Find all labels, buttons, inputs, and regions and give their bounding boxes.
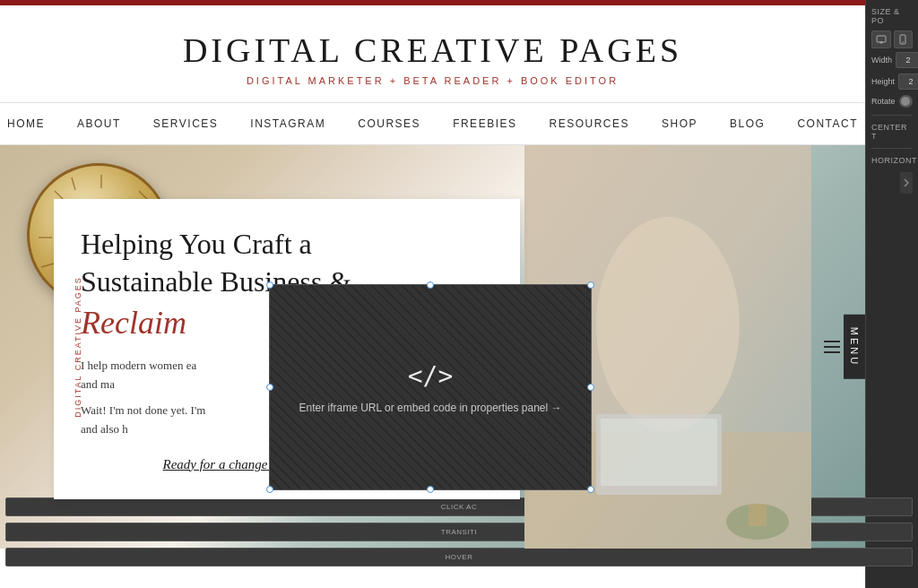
selection-handle-ml[interactable]	[266, 384, 273, 391]
selection-handle-tm[interactable]	[427, 281, 434, 289]
selection-handle-tl[interactable]	[266, 281, 273, 289]
panel-horizont-title: HORIZONT	[871, 156, 913, 165]
nav-item-services[interactable]: SERVICES	[137, 114, 234, 134]
selection-handle-bm[interactable]	[427, 486, 434, 493]
menu-tab[interactable]: MENU	[844, 315, 865, 379]
panel-desktop-icon[interactable]	[871, 30, 891, 48]
panel-device-icons	[871, 30, 913, 48]
svg-rect-19	[601, 419, 717, 486]
site-subtitle: DIGITAL MARKETER + BETA READER + BOOK ED…	[18, 75, 847, 86]
nav-item-home[interactable]: HOME	[0, 114, 61, 134]
nav-item-about[interactable]: ABOUT	[61, 114, 137, 134]
panel-height-label: Height	[871, 77, 895, 86]
iframe-embed-overlay[interactable]: </> Enter iframe URL or embed code in pr…	[269, 284, 592, 490]
site-title: DIGITAL CREATIVE PAGES	[18, 30, 847, 70]
site-header: DIGITAL CREATIVE PAGES DIGITAL MARKETER …	[0, 5, 865, 102]
panel-mobile-icon[interactable]	[894, 30, 914, 48]
panel-expand-arrow[interactable]	[900, 172, 913, 194]
panel-rotate-toggle[interactable]	[899, 95, 913, 108]
nav-item-resources[interactable]: RESOURCES	[533, 114, 645, 134]
panel-rotate-label: Rotate	[871, 97, 896, 106]
panel-height-input[interactable]	[898, 74, 918, 90]
svg-rect-22	[877, 36, 886, 42]
panel-width-row: Width	[871, 52, 913, 68]
panel-divider-2	[871, 148, 913, 149]
selection-handle-tr[interactable]	[587, 281, 594, 289]
iframe-embed-message: Enter iframe URL or embed code in proper…	[299, 402, 561, 414]
nav-item-courses[interactable]: COURSES	[342, 114, 437, 134]
panel-width-label: Width	[871, 56, 892, 65]
nav-item-freebies[interactable]: FREEBIES	[437, 114, 533, 134]
right-panel: SIZE & PO Width Height Rotate	[865, 0, 918, 588]
selection-handle-br[interactable]	[587, 486, 594, 493]
main-nav: HOME ABOUT SERVICES INSTAGRAM COURSES FR…	[0, 102, 865, 145]
selection-handle-bl[interactable]	[266, 486, 273, 493]
selection-handle-mr[interactable]	[587, 384, 594, 391]
vertical-brand-text: DIGITAL CREATIVE PAGES	[74, 276, 82, 418]
panel-hover-btn[interactable]: HOVER	[5, 548, 913, 566]
nav-item-instagram[interactable]: INSTAGRAM	[234, 114, 342, 134]
svg-line-8	[72, 177, 75, 190]
nav-item-contact[interactable]: CONTACT	[781, 114, 865, 134]
svg-rect-21	[749, 504, 766, 526]
svg-line-10	[41, 264, 54, 267]
panel-center-title: CENTER T	[871, 123, 913, 141]
panel-width-input[interactable]	[896, 52, 918, 68]
svg-point-26	[902, 41, 904, 43]
nav-item-blog[interactable]: BLOG	[714, 114, 781, 134]
panel-size-pos-title: SIZE & PO	[871, 7, 913, 25]
menu-lines	[824, 341, 840, 353]
panel-rotate-row: Rotate	[871, 95, 913, 108]
iframe-code-icon: </>	[408, 361, 454, 391]
nav-item-shop[interactable]: SHOP	[645, 114, 714, 134]
svg-point-17	[596, 217, 740, 432]
panel-divider-1	[871, 115, 913, 116]
hero-section: DIGITAL CREATIVE PAGES MENU Helping You …	[0, 145, 865, 549]
panel-height-row: Height	[871, 74, 913, 90]
